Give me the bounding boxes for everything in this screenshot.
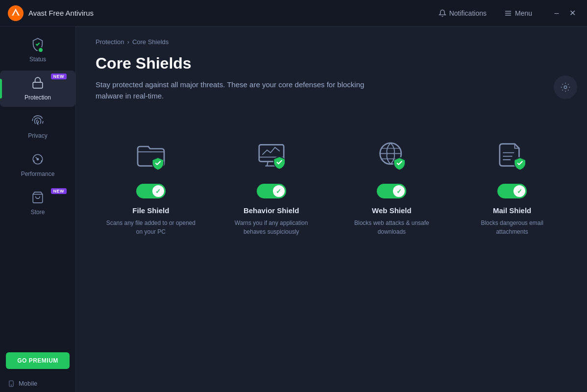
svg-point-6 <box>37 158 38 160</box>
breadcrumb: Protection › Core Shields <box>96 38 567 46</box>
file-shield-toggle[interactable]: ✓ <box>136 184 166 198</box>
notifications-button[interactable]: Notifications <box>435 7 490 19</box>
web-shield-icon <box>374 138 409 173</box>
sidebar-item-privacy[interactable]: Privacy <box>0 109 75 145</box>
shield-check-icon <box>31 37 45 54</box>
svg-point-10 <box>564 86 567 89</box>
bell-icon <box>439 9 446 17</box>
menu-button[interactable]: Menu <box>500 7 536 19</box>
sidebar-item-performance-label: Performance <box>21 171 55 177</box>
page-title: Core Shields <box>96 54 567 73</box>
mail-shield-name: Mail Shield <box>493 206 531 215</box>
breadcrumb-parent[interactable]: Protection <box>96 38 124 46</box>
sidebar-item-store[interactable]: NEW Store <box>0 185 75 221</box>
file-shield-card: ✓ File Shield Scans any file added to or… <box>96 126 206 248</box>
behavior-shield-desc: Warns you if any application behaves sus… <box>224 219 319 236</box>
behavior-shield-toggle[interactable]: ✓ <box>257 184 286 198</box>
menu-icon <box>504 9 512 17</box>
go-premium-button[interactable]: GO PREMIUM <box>6 352 70 369</box>
sidebar-item-status[interactable]: Status <box>0 31 75 69</box>
svg-rect-8 <box>9 381 13 387</box>
fingerprint-icon <box>31 115 44 130</box>
web-shield-toggle[interactable]: ✓ <box>377 184 406 198</box>
mail-shield-toggle-knob: ✓ <box>514 185 525 197</box>
sidebar-item-performance[interactable]: Performance <box>0 147 75 183</box>
behavior-shield-icon-wrap <box>252 136 291 175</box>
behavior-shield-card: ✓ Behavior Shield Warns you if any appli… <box>216 126 327 248</box>
gear-icon <box>560 82 571 93</box>
protection-new-badge: NEW <box>51 74 67 79</box>
cart-icon <box>31 191 44 207</box>
file-shield-name: File Shield <box>132 206 169 215</box>
titlebar: Avast Free Antivirus Notifications Menu … <box>0 0 587 26</box>
mail-shield-toggle[interactable]: ✓ <box>497 184 527 198</box>
lock-icon <box>31 76 44 92</box>
avast-logo-icon <box>8 5 24 21</box>
web-shield-card: ✓ Web Shield Blocks web attacks & unsafe… <box>337 126 447 248</box>
shields-grid: ✓ File Shield Scans any file added to or… <box>96 126 567 248</box>
settings-gear-button[interactable] <box>554 75 577 99</box>
sidebar-item-protection[interactable]: NEW Protection <box>0 71 75 107</box>
gauge-icon <box>31 153 44 169</box>
app-title: Avast Free Antivirus <box>28 9 94 17</box>
sidebar-item-store-label: Store <box>31 209 45 216</box>
file-shield-toggle-knob: ✓ <box>152 185 164 197</box>
main-layout: Status NEW Protection <box>0 26 587 392</box>
mail-shield-desc: Blocks dangerous email attachments <box>465 219 560 236</box>
status-dot <box>38 47 44 53</box>
window-controls: – ✕ <box>550 6 579 20</box>
behavior-shield-icon <box>254 138 289 173</box>
behavior-shield-toggle-knob: ✓ <box>273 185 285 197</box>
mail-shield-icon <box>494 138 530 173</box>
store-new-badge: NEW <box>51 188 67 194</box>
sidebar-item-privacy-label: Privacy <box>28 132 47 139</box>
web-shield-toggle-knob: ✓ <box>393 185 405 197</box>
mobile-label: Mobile <box>19 380 37 387</box>
sidebar-item-protection-label: Protection <box>24 94 51 101</box>
web-shield-desc: Blocks web attacks & unsafe downloads <box>344 219 440 236</box>
sidebar-item-status-label: Status <box>29 56 46 63</box>
svg-rect-4 <box>33 82 43 88</box>
file-shield-icon-wrap <box>131 136 171 175</box>
mobile-icon <box>8 380 15 387</box>
breadcrumb-current: Core Shields <box>132 38 169 46</box>
minimize-button[interactable]: – <box>550 6 563 20</box>
titlebar-right: Notifications Menu – ✕ <box>435 6 579 20</box>
page-description: Stay protected against all major threats… <box>96 79 390 101</box>
titlebar-left: Avast Free Antivirus <box>8 5 94 21</box>
web-shield-icon-wrap <box>372 136 411 175</box>
content-area: Protection › Core Shields Core Shields S… <box>76 26 587 392</box>
sidebar-item-mobile[interactable]: Mobile <box>0 375 75 392</box>
file-shield-icon <box>133 138 169 173</box>
close-button[interactable]: ✕ <box>565 6 579 20</box>
svg-point-9 <box>11 385 11 385</box>
mail-shield-card: ✓ Mail Shield Blocks dangerous email att… <box>457 126 567 248</box>
behavior-shield-name: Behavior Shield <box>244 206 299 215</box>
web-shield-name: Web Shield <box>372 206 412 215</box>
active-indicator <box>0 79 2 98</box>
mail-shield-icon-wrap <box>492 136 532 175</box>
sidebar: Status NEW Protection <box>0 26 76 392</box>
file-shield-desc: Scans any file added to or opened on you… <box>103 219 198 236</box>
breadcrumb-separator: › <box>127 38 129 46</box>
